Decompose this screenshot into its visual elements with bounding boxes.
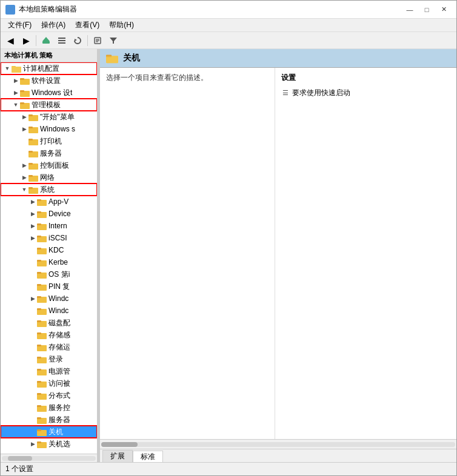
- filter-button[interactable]: [106, 33, 121, 48]
- tree-item-kerbe[interactable]: Kerbe: [1, 256, 97, 268]
- tree-arrow-service-ctrl: [28, 403, 37, 412]
- folder-icon-printer: [28, 137, 38, 145]
- main-area: 本地计算机 策略 计算机配置 软件设置: [1, 49, 456, 462]
- tree-item-start-menu[interactable]: "开始"菜单: [1, 111, 97, 123]
- folder-icon-start: [28, 113, 38, 121]
- maximize-button[interactable]: □: [419, 4, 435, 16]
- tree-item-disk[interactable]: 磁盘配: [1, 317, 97, 329]
- toolbar-separator-2: [87, 35, 88, 46]
- tree-hscroll[interactable]: [1, 454, 97, 462]
- tree-label-server: 服务器: [40, 148, 97, 159]
- tree-item-storage1[interactable]: 存储感: [1, 329, 97, 341]
- menu-file[interactable]: 文件(F): [3, 19, 36, 31]
- tree-item-computer-config[interactable]: 计算机配置: [1, 62, 97, 74]
- tree-item-pin[interactable]: PIN 复: [1, 280, 97, 293]
- tree-item-shutdown-sub[interactable]: 关机选: [1, 438, 97, 450]
- tree-label-login: 登录: [48, 354, 97, 365]
- tree-item-windc1[interactable]: Windc: [1, 293, 97, 305]
- refresh-button[interactable]: [70, 33, 85, 48]
- tree-arrow-windc1: [28, 294, 37, 303]
- tree-item-software-settings[interactable]: 软件设置: [1, 74, 97, 87]
- folder-icon-windc1: [37, 294, 47, 303]
- tree-item-server[interactable]: 服务器: [1, 147, 97, 159]
- tree-item-control-panel[interactable]: 控制面板: [1, 159, 97, 171]
- tree-arrow-software: [12, 76, 20, 85]
- svg-rect-41: [37, 236, 41, 237]
- tree-label-shutdown: 关机: [48, 427, 97, 437]
- tree-arrow-app-v: [28, 197, 37, 206]
- svg-marker-1: [42, 37, 50, 41]
- svg-marker-5: [75, 39, 77, 41]
- status-bar: 1 个设置: [1, 462, 456, 475]
- svg-rect-78: [106, 56, 118, 63]
- forward-button[interactable]: ▶: [19, 33, 33, 48]
- menu-action[interactable]: 操作(A): [36, 19, 70, 31]
- folder-icon-disk: [37, 319, 47, 327]
- folder-icon-power: [37, 367, 47, 375]
- tree-item-windc2[interactable]: Windc: [1, 305, 97, 317]
- tree-label-disk: 磁盘配: [48, 318, 97, 328]
- svg-rect-71: [37, 417, 41, 419]
- tree-item-storage2[interactable]: 存储运: [1, 341, 97, 353]
- tree-arrow-server: [20, 149, 28, 157]
- tree-item-distributed[interactable]: 分布式: [1, 389, 97, 402]
- tree-item-printer[interactable]: 打印机: [1, 135, 97, 147]
- tree-label-admin: 管理模板: [32, 100, 97, 110]
- svg-rect-59: [37, 345, 41, 346]
- tree-item-device[interactable]: Device: [1, 208, 97, 220]
- tab-standard[interactable]: 标准: [133, 451, 163, 462]
- tree-label-storage2: 存储运: [48, 342, 97, 352]
- tree-arrow-shutdown: [28, 428, 37, 436]
- folder-icon-device: [37, 210, 47, 218]
- tree-item-service-ctrl[interactable]: 服务控: [1, 402, 97, 414]
- svg-rect-23: [28, 127, 33, 128]
- svg-rect-47: [37, 272, 41, 274]
- svg-rect-17: [20, 90, 24, 92]
- folder-icon-server2: [37, 415, 47, 424]
- content-hscrollbar[interactable]: [100, 439, 456, 449]
- tree-item-iscsi[interactable]: iSCSI: [1, 232, 97, 244]
- tree-item-os[interactable]: OS 第i: [1, 268, 97, 280]
- tree-item-intern[interactable]: Intern: [1, 220, 97, 232]
- tree-item-windows-sub[interactable]: Windows s: [1, 123, 97, 135]
- tree-item-admin-templates[interactable]: 管理模板: [1, 99, 97, 111]
- menu-view[interactable]: 查看(V): [70, 19, 104, 31]
- tree-arrow-storage2: [28, 343, 37, 351]
- menu-help[interactable]: 帮助(H): [104, 19, 139, 31]
- tree-label-service-ctrl: 服务控: [48, 403, 97, 413]
- settings-item-fast-startup[interactable]: ☰ 要求使用快速启动: [281, 87, 450, 99]
- tree-item-power[interactable]: 电源管: [1, 365, 97, 377]
- tree-item-access[interactable]: 访问被: [1, 377, 97, 389]
- svg-rect-69: [37, 405, 41, 407]
- back-button[interactable]: ◀: [3, 33, 18, 48]
- up-button[interactable]: [39, 33, 53, 48]
- toolbar: ◀ ▶: [1, 32, 456, 49]
- content-panel: 关机 选择一个项目来查看它的描述。 设置 ☰ 要求使用快速启动: [100, 49, 456, 462]
- svg-rect-67: [37, 393, 41, 395]
- tree-item-kdc[interactable]: KDC: [1, 244, 97, 256]
- content-desc-text: 选择一个项目来查看它的描述。: [106, 73, 208, 82]
- tree-arrow-windows-sub: [20, 125, 28, 133]
- properties-button[interactable]: [90, 33, 105, 48]
- tree-label-network: 网络: [40, 173, 97, 183]
- tree-item-server2[interactable]: 服务器: [1, 414, 97, 426]
- minimize-button[interactable]: —: [402, 4, 418, 16]
- tree-item-app-v[interactable]: App-V: [1, 196, 97, 208]
- tree-item-windows-settings[interactable]: Windows 设t: [1, 87, 97, 99]
- tree-arrow-control: [20, 161, 28, 170]
- show-hide-button[interactable]: [55, 33, 69, 48]
- tree-item-login[interactable]: 登录: [1, 353, 97, 365]
- tree-item-shutdown[interactable]: 关机: [1, 426, 97, 438]
- tree-label-windc2: Windc: [48, 306, 97, 315]
- tree-label-access: 访问被: [48, 378, 97, 389]
- close-button[interactable]: ✕: [436, 4, 452, 16]
- folder-icon-login: [37, 355, 47, 363]
- svg-rect-3: [58, 40, 65, 41]
- svg-rect-2: [58, 38, 65, 39]
- tree-item-system[interactable]: 系统: [1, 183, 97, 196]
- tab-extended[interactable]: 扩展: [102, 450, 133, 462]
- svg-rect-15: [20, 78, 24, 80]
- tree-content[interactable]: 计算机配置 软件设置 Windows 设t: [1, 62, 97, 454]
- tree-item-network[interactable]: 网络: [1, 171, 97, 183]
- svg-rect-39: [37, 223, 41, 225]
